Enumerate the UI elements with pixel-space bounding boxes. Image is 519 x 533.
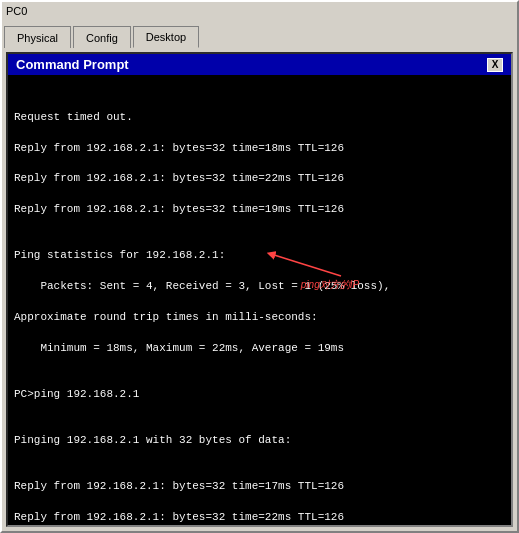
cmd-body[interactable]: Request timed out. Reply from 192.168.2.… [8,75,511,525]
tab-config[interactable]: Config [73,26,131,48]
cmd-title: Command Prompt [16,57,129,72]
cmd-output: Request timed out. Reply from 192.168.2.… [14,110,505,525]
window-title-bar: PC0 [2,2,517,20]
cmd-line: Reply from 192.168.2.1: bytes=32 time=19… [14,202,505,217]
window-title: PC0 [6,5,27,17]
cmd-line: Request timed out. [14,110,505,125]
tab-physical[interactable]: Physical [4,26,71,48]
cmd-line: Approximate round trip times in milli-se… [14,310,505,325]
cmd-line: Minimum = 18ms, Maximum = 22ms, Average … [14,341,505,356]
cmd-line: Ping statistics for 192.168.2.1: [14,248,505,263]
cmd-titlebar: Command Prompt X [8,54,511,75]
cmd-line: Reply from 192.168.2.1: bytes=32 time=18… [14,141,505,156]
cmd-line: PC>ping 192.168.2.1 [14,387,505,402]
cmd-close-button[interactable]: X [487,58,503,72]
cmd-line: Reply from 192.168.2.1: bytes=32 time=22… [14,171,505,186]
cmd-line: Reply from 192.168.2.1: bytes=32 time=17… [14,479,505,494]
window: PC0 Physical Config Desktop Command Prom… [0,0,519,533]
cmd-line: Reply from 192.168.2.1: bytes=32 time=22… [14,510,505,525]
cmd-line: Packets: Sent = 4, Received = 3, Lost = … [14,279,505,294]
cmd-container: Command Prompt X Request timed out. Repl… [6,52,513,527]
cmd-line: Pinging 192.168.2.1 with 32 bytes of dat… [14,433,505,448]
tab-desktop[interactable]: Desktop [133,26,199,48]
annotation-arrow: ping对方的IP [208,231,381,323]
tabs-bar: Physical Config Desktop [2,20,517,48]
